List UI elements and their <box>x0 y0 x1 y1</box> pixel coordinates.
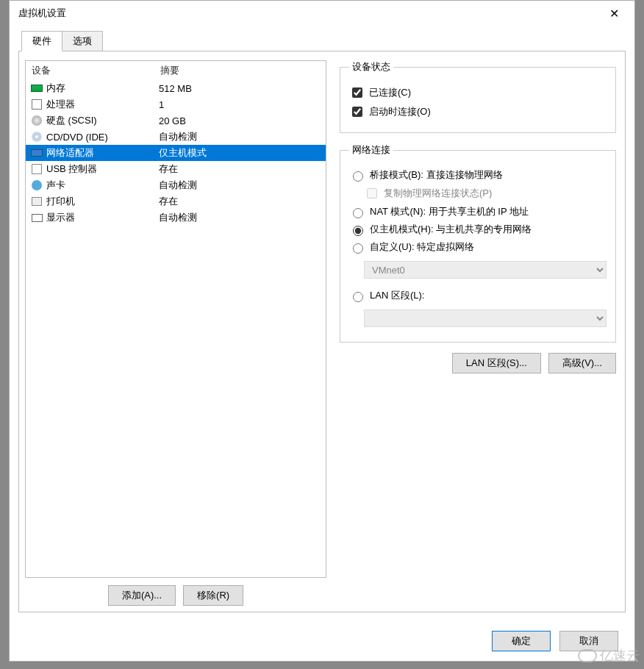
network-buttons: LAN 区段(S)... 高级(V)... <box>340 353 616 373</box>
network-legend: 网络连接 <box>349 143 393 157</box>
device-summary: 存在 <box>159 195 321 208</box>
lan-segment-label: LAN 区段(L): <box>370 289 424 302</box>
device-summary: 1 <box>159 99 321 110</box>
bridged-radio[interactable] <box>353 171 363 182</box>
col-header-summary: 摘要 <box>160 64 320 77</box>
connect-poweron-label: 启动时连接(O) <box>369 105 431 118</box>
device-row-disk[interactable]: 硬盘 (SCSI) 20 GB <box>26 112 326 129</box>
cloud-icon <box>578 649 597 662</box>
device-summary: 存在 <box>159 162 321 176</box>
connected-checkbox[interactable] <box>352 87 362 98</box>
device-name: 网络适配器 <box>46 146 159 160</box>
nat-label: NAT 模式(N): 用于共享主机的 IP 地址 <box>370 205 529 218</box>
custom-network-select: VMnet0 <box>364 261 607 279</box>
device-row-printer[interactable]: 打印机 存在 <box>26 193 326 210</box>
device-row-usb[interactable]: USB 控制器 存在 <box>26 161 326 177</box>
dialog-content: 硬件 选项 设备 摘要 内存 512 MB <box>10 26 634 621</box>
advanced-button[interactable]: 高级(V)... <box>548 353 616 373</box>
dialog-footer: 确定 取消 <box>10 621 634 661</box>
hostonly-radio[interactable] <box>353 226 363 236</box>
ok-button[interactable]: 确定 <box>492 631 551 651</box>
cd-icon <box>30 131 43 143</box>
device-summary: 512 MB <box>159 83 321 94</box>
device-name: 处理器 <box>46 98 159 111</box>
display-icon <box>30 212 43 223</box>
watermark: 亿速云 <box>578 647 640 665</box>
device-name: USB 控制器 <box>46 162 159 176</box>
nat-radio[interactable] <box>353 208 363 218</box>
device-name: 打印机 <box>46 195 159 208</box>
add-button[interactable]: 添加(A)... <box>108 585 176 606</box>
device-summary: 20 GB <box>159 115 321 126</box>
memory-icon <box>30 82 43 94</box>
tabs: 硬件 选项 <box>18 31 626 51</box>
network-icon <box>30 147 43 159</box>
device-list-header: 设备 摘要 <box>26 61 326 80</box>
device-state-legend: 设备状态 <box>349 60 393 74</box>
lan-segments-button[interactable]: LAN 区段(S)... <box>452 353 541 373</box>
cpu-icon <box>30 99 43 110</box>
device-name: 显示器 <box>46 211 159 224</box>
device-name: 硬盘 (SCSI) <box>46 114 159 127</box>
device-state-group: 设备状态 已连接(C) 启动时连接(O) <box>340 60 616 133</box>
device-row-sound[interactable]: 声卡 自动检测 <box>26 177 326 193</box>
vm-settings-dialog: 虚拟机设置 ✕ 硬件 选项 设备 摘要 内存 512 MB <box>9 0 635 662</box>
titlebar: 虚拟机设置 ✕ <box>10 1 634 26</box>
replicate-checkbox <box>367 188 377 198</box>
close-icon: ✕ <box>609 7 619 21</box>
left-column: 设备 摘要 内存 512 MB 处理器 1 <box>25 60 326 606</box>
lan-segment-select <box>364 310 607 327</box>
usb-icon <box>30 163 43 175</box>
device-row-cd[interactable]: CD/DVD (IDE) 自动检测 <box>26 129 326 145</box>
connect-poweron-checkbox[interactable] <box>352 107 362 117</box>
lan-segment-radio[interactable] <box>353 292 363 302</box>
tab-options[interactable]: 选项 <box>62 31 103 51</box>
device-row-network[interactable]: 网络适配器 仅主机模式 <box>26 145 326 161</box>
device-summary: 自动检测 <box>159 130 321 143</box>
bridged-label: 桥接模式(B): 直接连接物理网络 <box>370 168 503 182</box>
device-row-display[interactable]: 显示器 自动检测 <box>26 210 326 226</box>
device-list-buttons: 添加(A)... 移除(R) <box>25 578 326 606</box>
device-summary: 自动检测 <box>159 211 321 224</box>
connected-label: 已连接(C) <box>369 86 411 99</box>
disk-icon <box>30 115 43 126</box>
device-row-memory[interactable]: 内存 512 MB <box>26 80 326 96</box>
custom-label: 自定义(U): 特定虚拟网络 <box>370 240 474 254</box>
window-title: 虚拟机设置 <box>18 7 601 20</box>
remove-button[interactable]: 移除(R) <box>183 585 243 606</box>
device-name: 内存 <box>46 82 159 95</box>
col-header-device: 设备 <box>32 64 160 77</box>
custom-radio[interactable] <box>353 243 363 254</box>
close-button[interactable]: ✕ <box>601 3 627 24</box>
device-summary: 自动检测 <box>159 179 321 192</box>
device-name: CD/DVD (IDE) <box>46 132 159 143</box>
device-summary: 仅主机模式 <box>159 146 321 160</box>
device-name: 声卡 <box>46 179 159 192</box>
sound-icon <box>30 179 43 191</box>
network-connection-group: 网络连接 桥接模式(B): 直接连接物理网络 复制物理网络连接状态(P) NAT… <box>340 143 616 343</box>
device-row-cpu[interactable]: 处理器 1 <box>26 96 326 112</box>
tab-panel: 设备 摘要 内存 512 MB 处理器 1 <box>18 51 626 612</box>
replicate-label: 复制物理网络连接状态(P) <box>384 187 492 200</box>
right-column: 设备状态 已连接(C) 启动时连接(O) 网络连接 桥接模式(B): 直接连接物 <box>340 60 619 606</box>
device-list[interactable]: 设备 摘要 内存 512 MB 处理器 1 <box>25 60 326 578</box>
tab-hardware[interactable]: 硬件 <box>21 31 62 51</box>
hostonly-label: 仅主机模式(H): 与主机共享的专用网络 <box>370 223 532 236</box>
watermark-text: 亿速云 <box>600 647 640 665</box>
printer-icon <box>30 196 43 207</box>
